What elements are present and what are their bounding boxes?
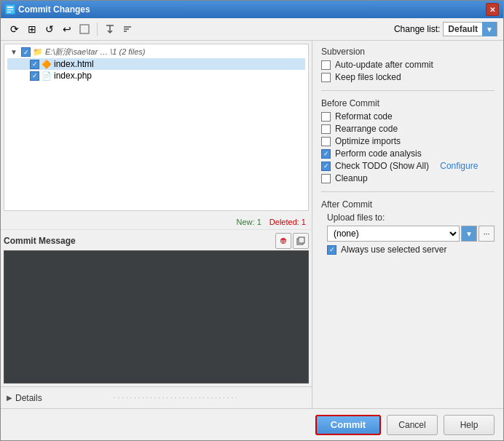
html-file-icon: 🔶	[42, 60, 52, 69]
index-php-checkbox[interactable]	[30, 71, 39, 81]
copy-button[interactable]: ⊞	[24, 21, 40, 37]
commit-message-tools: REC	[275, 233, 309, 249]
folder-icon: 📁	[33, 47, 43, 57]
root-folder-label: E:\新浪\sae\tar … \1 (2 files)	[45, 47, 146, 57]
upload-dropdown-arrow[interactable]: ▼	[461, 226, 477, 242]
tree-item-index-html[interactable]: 🔶 index.html	[7, 58, 305, 70]
keep-files-label: Keep files locked	[335, 72, 401, 82]
before-commit-section: Before Commit Reformat code Rearrange co…	[321, 98, 495, 192]
commit-message-header: Commit Message REC	[4, 233, 309, 249]
auto-update-checkbox[interactable]	[321, 60, 331, 70]
record-button[interactable]: REC	[275, 233, 291, 249]
perform-code-analysis-row[interactable]: Perform code analysis	[321, 148, 495, 159]
move-down-button[interactable]	[102, 21, 118, 37]
root-checkbox[interactable]	[21, 47, 31, 57]
toolbar-separator	[97, 23, 98, 36]
index-html-label: index.html	[54, 59, 94, 69]
cleanup-row[interactable]: Cleanup	[321, 173, 495, 183]
redo-button[interactable]	[76, 21, 92, 37]
details-label: Details	[15, 393, 42, 403]
rearrange-code-label: Rearrange code	[335, 124, 398, 134]
window-icon	[5, 4, 15, 15]
optimize-imports-row[interactable]: Optimize imports	[321, 136, 495, 146]
copy-message-button[interactable]	[293, 233, 309, 249]
main-content: ▼ 📁 E:\新浪\sae\tar … \1 (2 files) 🔶 index…	[1, 41, 503, 408]
upload-select[interactable]: (none)	[327, 226, 460, 242]
left-panel: ▼ 📁 E:\新浪\sae\tar … \1 (2 files) 🔶 index…	[1, 41, 312, 408]
configure-link[interactable]: Configure	[440, 161, 478, 171]
tree-root-item[interactable]: ▼ 📁 E:\新浪\sae\tar … \1 (2 files)	[7, 46, 305, 58]
index-php-label: index.php	[54, 71, 92, 81]
always-use-row[interactable]: Always use selected server	[321, 245, 495, 255]
reload-button[interactable]: ↺	[42, 21, 58, 37]
details-dots: · · · · · · · · · · · · · · · · · · · · …	[45, 394, 306, 402]
perform-code-analysis-label: Perform code analysis	[335, 148, 422, 159]
subversion-title: Subversion	[321, 47, 495, 57]
optimize-imports-label: Optimize imports	[335, 136, 401, 146]
sort-button[interactable]	[119, 21, 135, 37]
tree-item-index-php[interactable]: 📄 index.php	[7, 70, 305, 82]
rearrange-code-checkbox[interactable]	[321, 124, 331, 134]
optimize-imports-checkbox[interactable]	[321, 137, 331, 146]
svg-rect-3	[7, 12, 11, 12]
php-file-icon: 📄	[42, 71, 52, 81]
file-tree: ▼ 📁 E:\新浪\sae\tar … \1 (2 files) 🔶 index…	[4, 44, 309, 211]
changelist-arrow-icon[interactable]: ▼	[482, 22, 497, 36]
reformat-code-row[interactable]: Reformat code	[321, 111, 495, 122]
reformat-code-label: Reformat code	[335, 111, 393, 122]
changelist-value: Default	[444, 24, 482, 34]
title-bar-left: Commit Changes	[5, 4, 90, 15]
commit-button[interactable]: Commit	[315, 415, 381, 435]
always-use-label: Always use selected server	[341, 245, 446, 255]
details-toggle-icon[interactable]: ▶	[7, 394, 12, 402]
upload-row: Upload files to:	[321, 212, 495, 223]
cancel-button[interactable]: Cancel	[387, 415, 438, 435]
check-todo-row[interactable]: Check TODO (Show All) Configure	[321, 161, 495, 171]
changelist-label: Change list: Default ▼	[394, 22, 497, 36]
tree-toggle-icon[interactable]: ▼	[9, 47, 19, 57]
bottom-bar: Commit Cancel Help	[1, 408, 503, 440]
changelist-dropdown[interactable]: Default ▼	[443, 22, 497, 36]
check-todo-checkbox[interactable]	[321, 162, 331, 171]
status-bar: New: 1 Deleted: 1	[1, 214, 312, 230]
toolbar: ⟳ ⊞ ↺ ↩ Change list: D	[1, 18, 503, 41]
keep-files-row[interactable]: Keep files locked	[321, 72, 495, 82]
svg-rect-4	[80, 25, 89, 33]
before-commit-title: Before Commit	[321, 98, 495, 108]
after-commit-section: After Commit Upload files to: (none) ▼ ·…	[321, 199, 495, 257]
reformat-code-checkbox[interactable]	[321, 112, 331, 122]
details-section: ▶ Details · · · · · · · · · · · · · · · …	[1, 386, 312, 408]
undo-button[interactable]: ↩	[59, 21, 75, 37]
upload-ellipsis-button[interactable]: ···	[479, 226, 495, 242]
dropdown-row: (none) ▼ ···	[321, 226, 495, 242]
after-commit-title: After Commit	[321, 199, 495, 210]
commit-message-section: Commit Message REC	[1, 230, 312, 386]
commit-changes-window: Commit Changes ✕ ⟳ ⊞ ↺ ↩	[0, 0, 504, 441]
commit-message-label: Commit Message	[4, 236, 76, 246]
status-separator	[264, 218, 267, 226]
svg-rect-13	[299, 237, 304, 243]
commit-message-input[interactable]	[4, 250, 309, 384]
right-panel: Subversion Auto-update after commit Keep…	[312, 41, 503, 408]
keep-files-checkbox[interactable]	[321, 73, 331, 82]
svg-text:REC: REC	[281, 239, 289, 244]
cleanup-checkbox[interactable]	[321, 174, 331, 183]
refresh-button[interactable]: ⟳	[7, 21, 23, 37]
always-use-checkbox[interactable]	[327, 245, 336, 255]
index-html-checkbox[interactable]	[30, 60, 39, 69]
upload-label: Upload files to:	[327, 212, 385, 223]
rearrange-code-row[interactable]: Rearrange code	[321, 124, 495, 134]
svg-rect-2	[7, 9, 13, 10]
close-button[interactable]: ✕	[486, 3, 499, 16]
auto-update-label: Auto-update after commit	[335, 60, 433, 70]
status-deleted: Deleted: 1	[269, 218, 306, 226]
subversion-section: Subversion Auto-update after commit Keep…	[321, 47, 495, 91]
status-new: New: 1	[237, 218, 261, 226]
title-text: Commit Changes	[18, 4, 90, 15]
svg-rect-1	[7, 7, 13, 8]
perform-code-analysis-checkbox[interactable]	[321, 149, 331, 159]
title-bar: Commit Changes ✕	[1, 1, 503, 18]
tree-root: ▼ 📁 E:\新浪\sae\tar … \1 (2 files) 🔶 index…	[4, 44, 308, 83]
auto-update-row[interactable]: Auto-update after commit	[321, 60, 495, 70]
help-button[interactable]: Help	[444, 415, 495, 435]
